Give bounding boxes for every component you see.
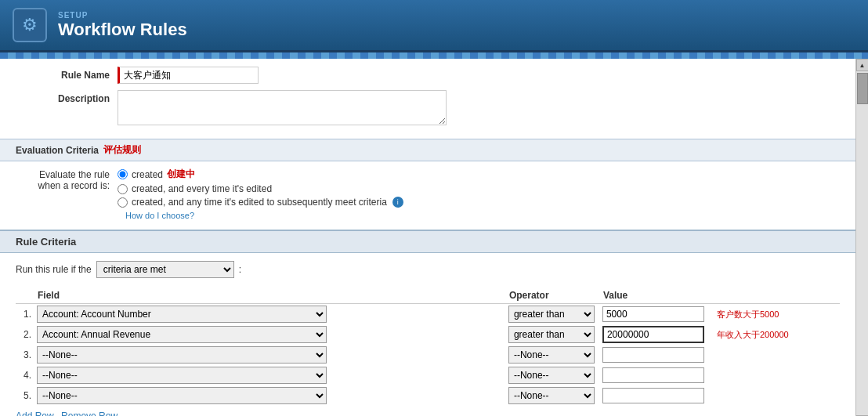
op-cell-2: greater than less than equals --None-- — [506, 324, 600, 345]
op-cell-5: --None-- greater than less than — [506, 385, 600, 406]
evaluate-row: Evaluate the rule when a record is: crea… — [16, 168, 840, 208]
annotation-cell-4 — [710, 365, 840, 385]
evaluation-criteria-header: Evaluation Criteria 评估规则 — [0, 139, 855, 161]
col-value: Value — [600, 288, 710, 304]
col-operator: Operator — [506, 288, 600, 304]
op-select-4[interactable]: --None-- greater than less than — [508, 367, 595, 384]
evaluation-criteria-label: Evaluation Criteria — [16, 145, 99, 156]
field-cell-2: Account: Annual Revenue Account: Account… — [34, 324, 506, 345]
field-select-2[interactable]: Account: Annual Revenue Account: Account… — [37, 326, 327, 343]
rule-criteria-header: Rule Criteria — [0, 230, 855, 253]
radio-option-created: created 创建中 — [118, 168, 403, 181]
page-header: ⚙ SETUP Workflow Rules — [0, 0, 868, 52]
criteria-table: Field Operator Value 1. Account: Account… — [16, 288, 840, 406]
op-cell-3: --None-- greater than less than — [506, 345, 600, 365]
rule-criteria-label: Rule Criteria — [16, 236, 76, 248]
content-area: Rule Name Description Evaluation Criteri… — [0, 59, 868, 416]
radio-option-created-criteria: created, and any time it's edited to sub… — [118, 197, 403, 208]
annotation-cell-1: 客户数大于5000 — [710, 304, 840, 325]
col-field: Field — [34, 288, 506, 304]
criteria-select[interactable]: criteria are met formula evaluates to tr… — [96, 261, 234, 278]
add-row-link[interactable]: Add Row — [16, 411, 54, 416]
basic-info-section: Rule Name Description — [0, 59, 855, 139]
criteria-body: Run this rule if the criteria are met fo… — [0, 253, 855, 416]
field-cell-5: --None-- Account: Account Number Account… — [34, 385, 506, 406]
row-num-1: 1. — [16, 304, 34, 325]
value-input-4[interactable] — [602, 367, 704, 383]
field-select-3[interactable]: --None-- Account: Account Number Account… — [37, 346, 327, 364]
table-header-row: Field Operator Value — [16, 288, 840, 304]
radio-created-chinese: 创建中 — [167, 168, 195, 181]
op-select-3[interactable]: --None-- greater than less than — [508, 346, 595, 364]
run-rule-row: Run this rule if the criteria are met fo… — [16, 261, 840, 278]
op-select-2[interactable]: greater than less than equals --None-- — [508, 326, 595, 343]
rule-name-input[interactable] — [118, 67, 259, 84]
annotation-2: 年收入大于200000 — [712, 330, 789, 339]
value-input-1[interactable] — [602, 306, 704, 322]
col-num — [16, 288, 34, 304]
table-row: 1. Account: Account Number Account: Annu… — [16, 304, 840, 325]
op-cell-4: --None-- greater than less than — [506, 365, 600, 385]
annotation-1: 客户数大于5000 — [712, 309, 779, 319]
annotation-cell-2: 年收入大于200000 — [710, 324, 840, 345]
op-select-5[interactable]: --None-- greater than less than — [508, 387, 595, 404]
radio-created-criteria-label: created, and any time it's edited to sub… — [132, 197, 387, 208]
radio-created-label: created — [132, 169, 163, 180]
row-actions: Add Row Remove Row — [16, 411, 840, 416]
field-cell-3: --None-- Account: Account Number Account… — [34, 345, 506, 365]
workflow-icon: ⚙ — [13, 8, 47, 42]
value-cell-2 — [600, 324, 710, 345]
table-row: 5. --None-- Account: Account Number Acco… — [16, 385, 840, 406]
op-select-1[interactable]: greater than less than equals --None-- — [508, 306, 595, 323]
value-input-2[interactable] — [602, 326, 704, 343]
annotation-cell-5 — [710, 385, 840, 406]
row-num-3: 3. — [16, 345, 34, 365]
setup-label: SETUP — [58, 11, 187, 20]
value-cell-5 — [600, 385, 710, 406]
value-cell-4 — [600, 365, 710, 385]
field-select-5[interactable]: --None-- Account: Account Number Account… — [37, 387, 327, 404]
value-input-3[interactable] — [602, 347, 704, 363]
row-num-4: 4. — [16, 365, 34, 385]
annotation-cell-3 — [710, 345, 840, 365]
scrollbar: ▲ ▼ — [855, 59, 868, 416]
row-num-5: 5. — [16, 385, 34, 406]
radio-created-edited[interactable] — [118, 184, 128, 194]
field-cell-4: --None-- Account: Account Number Account… — [34, 365, 506, 385]
scroll-thumb[interactable] — [857, 73, 868, 104]
run-rule-colon: : — [239, 264, 241, 275]
value-cell-1 — [600, 304, 710, 325]
main-content: Rule Name Description Evaluation Criteri… — [0, 59, 855, 416]
scroll-up-btn[interactable]: ▲ — [856, 59, 869, 71]
field-cell-1: Account: Account Number Account: Annual … — [34, 304, 506, 325]
description-input-wrapper — [118, 90, 447, 128]
radio-option-created-edited: created, and every time it's edited — [118, 183, 403, 194]
table-row: 3. --None-- Account: Account Number Acco… — [16, 345, 840, 365]
stripe-bar — [0, 52, 868, 59]
radio-created-criteria[interactable] — [118, 197, 128, 208]
radio-section: Evaluate the rule when a record is: crea… — [0, 161, 855, 223]
how-choose-link[interactable]: How do I choose? — [125, 211, 840, 220]
field-select-1[interactable]: Account: Account Number Account: Annual … — [37, 306, 327, 323]
radio-created[interactable] — [118, 169, 128, 179]
value-input-5[interactable] — [602, 388, 704, 403]
description-label: Description — [16, 90, 118, 104]
op-cell-1: greater than less than equals --None-- — [506, 304, 600, 325]
row-num-2: 2. — [16, 324, 34, 345]
col-annotation — [710, 288, 840, 304]
page-title: Workflow Rules — [58, 20, 187, 40]
run-rule-prefix: Run this rule if the — [16, 264, 92, 275]
remove-row-link[interactable]: Remove Row — [61, 411, 118, 416]
field-select-4[interactable]: --None-- Account: Account Number Account… — [37, 367, 327, 384]
rule-name-row: Rule Name — [16, 67, 840, 84]
evaluation-criteria-chinese: 评估规则 — [103, 143, 141, 157]
header-text: SETUP Workflow Rules — [58, 11, 187, 40]
rule-name-input-wrapper — [118, 67, 259, 84]
radio-created-edited-label: created, and every time it's edited — [132, 183, 272, 194]
table-row: 4. --None-- Account: Account Number Acco… — [16, 365, 840, 385]
radio-options: created 创建中 created, and every time it's… — [118, 168, 403, 208]
description-textarea[interactable] — [118, 90, 447, 125]
evaluate-label: Evaluate the rule when a record is: — [16, 168, 118, 191]
info-icon-criteria[interactable]: i — [392, 197, 403, 208]
value-cell-3 — [600, 345, 710, 365]
